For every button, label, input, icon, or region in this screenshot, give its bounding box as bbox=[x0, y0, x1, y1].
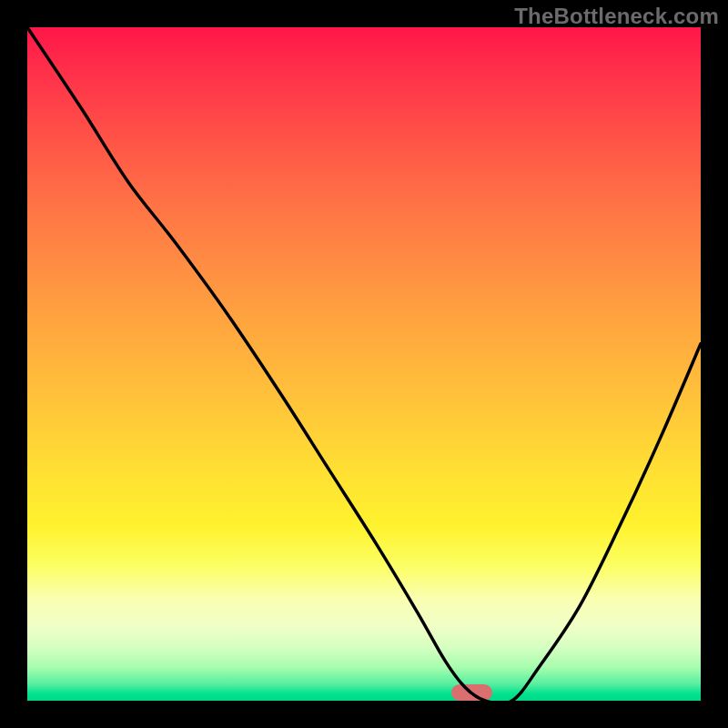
plot-area bbox=[27, 27, 701, 701]
watermark-text: TheBottleneck.com bbox=[514, 4, 719, 29]
chart-frame: TheBottleneck.com bbox=[0, 0, 728, 728]
bottleneck-curve bbox=[27, 27, 701, 701]
